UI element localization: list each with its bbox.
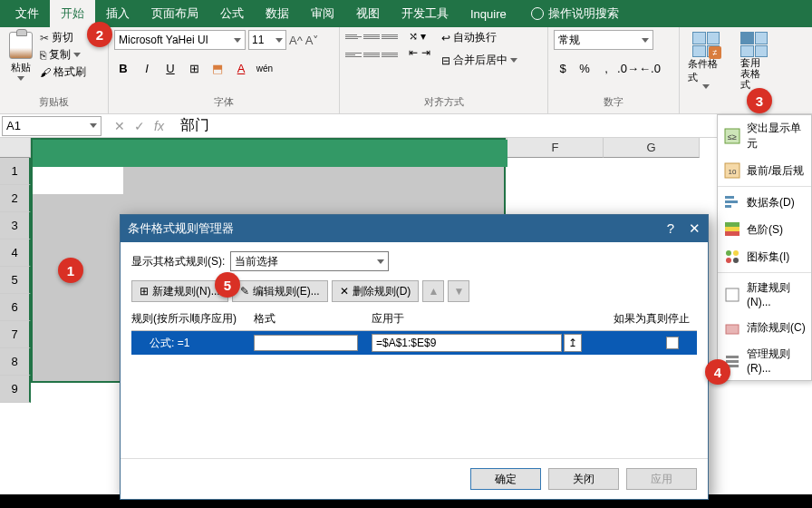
font-color-button[interactable]: A [232,59,250,77]
tab-dev[interactable]: 开发工具 [391,0,459,28]
italic-button[interactable]: I [138,59,156,77]
rules-list[interactable]: 公式: =1 =$A$1:$E$9 ↥ [131,331,697,449]
rule-apply-input[interactable]: =$A$1:$E$9 [372,334,562,352]
border-button[interactable]: ⊞ [185,59,203,77]
fx-button[interactable]: fx [154,119,164,133]
svg-point-10 [726,250,731,256]
close-button[interactable]: ✕ [689,220,701,237]
cf-new-rule[interactable]: 新建规则(N)... [718,275,811,314]
currency-button[interactable]: $ [554,59,572,77]
inc-decimal-button[interactable]: .0→ [619,59,637,77]
dec-decimal-button[interactable]: ←.0 [641,59,659,77]
formula-bar: A1 ✕ ✓ fx 部门 [0,114,812,138]
bold-button[interactable]: B [114,59,132,77]
row-header-5[interactable]: 5 [0,267,31,294]
svg-rect-17 [726,360,739,363]
range-picker-button[interactable]: ↥ [564,334,582,352]
rules-manager-dialog: 条件格式规则管理器 ? ✕ 显示其格式规则(S): 当前选择 ⊞新建规则(N).… [120,214,709,500]
percent-button[interactable]: % [575,59,594,77]
cut-button[interactable]: ✂剪切 [40,30,86,45]
row-header-6[interactable]: 6 [0,294,31,321]
tab-formula[interactable]: 公式 [209,0,255,28]
confirm-formula-button[interactable]: ✓ [134,119,145,133]
col-stop-header: 如果为真则停止 [589,311,697,327]
cf-color-scales[interactable]: 色阶(S) [718,216,811,243]
cf-highlight-cells[interactable]: ≤≥突出显示单元 [718,115,811,157]
shrink-font-button[interactable]: A˅ [305,34,320,47]
annotation-1: 1 [58,258,83,283]
grow-font-button[interactable]: A^ [289,34,303,47]
indent-dec-button[interactable]: ⇤ [409,46,418,59]
row-header-3[interactable]: 3 [0,212,31,239]
svg-point-13 [733,258,739,263]
row-header-4[interactable]: 4 [0,239,31,267]
cf-clear-rules[interactable]: 清除规则(C) [718,314,811,341]
paste-label: 粘贴 [11,61,31,74]
editrule-btn-icon: ✎ [240,285,249,298]
row-header-7[interactable]: 7 [0,321,31,348]
move-up-button[interactable]: ▲ [422,280,444,302]
row-header-8[interactable]: 8 [0,348,31,376]
orientation-button[interactable]: ⤭ ▾ [409,30,430,43]
copy-button[interactable]: ⎘复制 [40,47,86,63]
apply-button[interactable]: 应用 [626,468,697,490]
clipboard-group-label: 剪贴板 [5,93,102,111]
row-header-9[interactable]: 9 [0,376,31,403]
tab-view[interactable]: 视图 [345,0,391,28]
font-size-select[interactable]: 11 [248,30,286,50]
font-name-select[interactable]: Microsoft YaHei UI [114,30,246,50]
phonetic-button[interactable]: wén [256,59,274,77]
tab-file[interactable]: 文件 [5,0,50,28]
tab-data[interactable]: 数据 [255,0,300,28]
delrule-btn-icon: ✕ [340,285,349,298]
active-cell [33,167,123,194]
fill-color-button[interactable]: ⬒ [208,59,227,77]
name-box[interactable]: A1 [2,116,102,136]
cf-manage-rules[interactable]: 管理规则(R)... [718,341,811,380]
svg-point-12 [726,258,731,263]
wrap-button[interactable]: ↩自动换行 [441,30,517,45]
help-button[interactable]: ? [667,220,674,237]
rule-row[interactable]: 公式: =1 =$A$1:$E$9 ↥ [131,331,697,355]
rule-format-preview [254,335,358,351]
horizontal-align[interactable] [345,48,398,61]
cf-data-bars[interactable]: 数据条(D) [718,189,811,216]
painter-button[interactable]: 🖌格式刷 [40,64,86,80]
search-help[interactable]: 操作说明搜索 [531,5,619,22]
paste-button[interactable]: 粘贴 [5,30,36,83]
close-dialog-button[interactable]: 关闭 [548,468,619,490]
row-header-2[interactable]: 2 [0,185,31,212]
ok-button[interactable]: 确定 [470,468,541,490]
tab-home[interactable]: 开始 [50,0,95,28]
tab-inquire[interactable]: Inquire [459,1,517,27]
row-header-1[interactable]: 1 [0,158,31,185]
select-all-corner[interactable] [0,138,31,158]
underline-button[interactable]: U [161,59,179,77]
col-apply-header: 应用于 [372,311,589,327]
move-down-button[interactable]: ▼ [448,280,469,302]
svg-rect-7 [725,222,740,227]
merge-button[interactable]: ⊟合并后居中 [441,53,517,68]
conditional-format-button[interactable]: ≠ 条件格式 [685,30,727,91]
svg-rect-16 [726,356,739,358]
font-group-label: 字体 [114,93,334,111]
new-rule-button[interactable]: ⊞新建规则(N)... [131,280,228,302]
delete-rule-button[interactable]: ✕删除规则(D) [332,280,420,302]
table-style-button[interactable]: 套用 表格式 [738,30,770,92]
number-group-label: 数字 [554,93,673,111]
stop-if-true-checkbox[interactable] [666,337,679,349]
show-rules-select[interactable]: 当前选择 [230,251,389,271]
dialog-titlebar[interactable]: 条件格式规则管理器 ? ✕ [121,215,708,242]
cf-top-bottom[interactable]: 10最前/最后规 [718,157,811,184]
cf-icon-sets[interactable]: 图标集(I) [718,243,811,270]
vertical-align[interactable] [345,30,398,43]
databars-icon [723,194,741,210]
comma-button[interactable]: , [597,59,615,77]
tab-review[interactable]: 审阅 [300,0,345,28]
indent-inc-button[interactable]: ⇥ [421,46,430,59]
annotation-5: 5 [215,272,240,298]
tab-layout[interactable]: 页面布局 [140,0,209,28]
cancel-formula-button[interactable]: ✕ [114,119,125,133]
edit-rule-button[interactable]: ✎编辑规则(E)... [232,280,328,302]
number-format-select[interactable]: 常规 [554,30,653,50]
